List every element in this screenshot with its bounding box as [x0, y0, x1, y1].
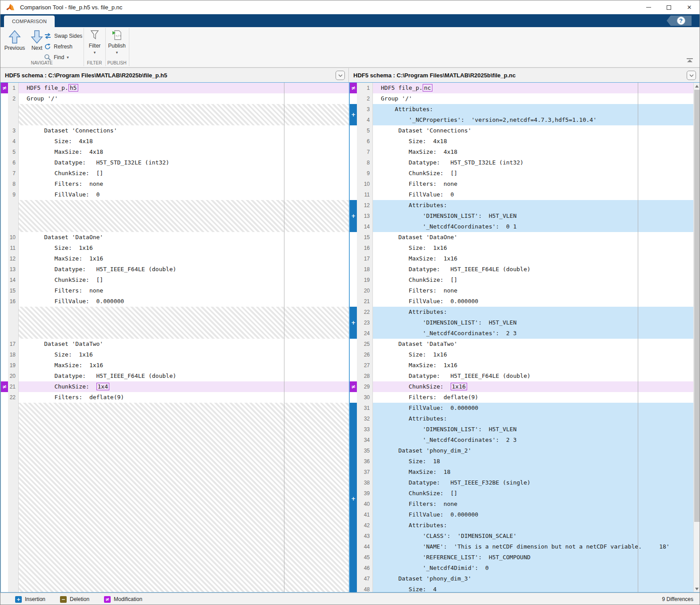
- code-line[interactable]: 32 Attributes:: [350, 413, 700, 424]
- diff-marker-gutter: ≠≠: [1, 83, 8, 592]
- code-text: HDF5 file_p.h5: [19, 83, 349, 93]
- previous-button[interactable]: Previous: [4, 29, 25, 51]
- code-line[interactable]: 44 'NAME': 'This is a netCDF dimension b…: [350, 541, 700, 552]
- code-line: 15 Filters: none: [1, 285, 349, 296]
- help-button[interactable]: ?: [677, 16, 685, 25]
- line-number: 2: [8, 93, 19, 104]
- line-number: 21: [8, 381, 19, 392]
- line-number: [8, 104, 19, 125]
- code-line: 10 Filters: none: [350, 179, 700, 189]
- code-line[interactable]: 43 'CLASS': 'DIMENSION_SCALE': [350, 531, 700, 541]
- minimize-button[interactable]: [638, 0, 659, 14]
- find-dropdown-caret[interactable]: ▾: [67, 55, 69, 60]
- modification-marker[interactable]: ≠: [350, 381, 357, 392]
- code-line[interactable]: 45 'REFERENCE_LIST': H5T_COMPOUND: [350, 552, 700, 563]
- code-line: 16 Size: 1x16: [350, 243, 700, 253]
- left-pane-dropdown-button[interactable]: [336, 71, 345, 80]
- code-text: '_Netcdf4Dimid': 0: [373, 563, 700, 573]
- changed-token[interactable]: h5: [68, 84, 78, 92]
- insertion-marker[interactable]: +: [350, 200, 357, 232]
- code-line[interactable]: 4 '_NCProperties': 'version=2,netcdf=4.7…: [350, 115, 700, 125]
- changed-token[interactable]: 1x16: [451, 383, 467, 390]
- code-line[interactable]: 21 ChunkSize: 1x4: [1, 381, 349, 392]
- code-line: 6 Size: 4x18: [350, 136, 700, 147]
- line-number: 11: [357, 189, 373, 200]
- code-text: Attributes:: [373, 104, 700, 115]
- collapse-ribbon-button[interactable]: [686, 58, 693, 62]
- skipped-lines-hatch: [1, 200, 349, 232]
- code-line[interactable]: 39 ChunkSize: []: [350, 488, 700, 499]
- code-line[interactable]: 24 '_Netcdf4Coordinates': 2 3: [350, 328, 700, 339]
- code-line: 9 ChunkSize: []: [350, 168, 700, 179]
- code-line[interactable]: 31 FillValue: 0.000000: [350, 403, 700, 413]
- scroll-up-arrow[interactable]: [694, 83, 700, 89]
- modification-marker[interactable]: ≠: [350, 83, 357, 93]
- line-number: 44: [357, 541, 373, 552]
- code-text: Filters: none: [19, 179, 349, 189]
- line-number: 42: [357, 520, 373, 531]
- code-text: HDF5 file_p.nc: [373, 83, 700, 93]
- code-line[interactable]: 29 ChunkSize: 1x16: [350, 381, 700, 392]
- left-pane: 1HDF5 file_p.h52Group '/'3 Dataset 'Conn…: [0, 82, 349, 593]
- filter-button[interactable]: Filter ▾: [83, 30, 106, 55]
- line-number: 20: [8, 371, 19, 381]
- code-line[interactable]: 35 Dataset 'phony_dim_2': [350, 445, 700, 456]
- code-text: 'DIMENSION_LIST': H5T_VLEN: [373, 424, 700, 435]
- publish-dropdown-caret[interactable]: ▾: [105, 50, 128, 55]
- code-line[interactable]: 37 MaxSize: 18: [350, 467, 700, 477]
- code-text: Datatype: H5T_STD_I32LE (int32): [373, 157, 700, 168]
- code-line[interactable]: 1HDF5 file_p.nc: [350, 83, 700, 93]
- code-line[interactable]: 12 Attributes:: [350, 200, 700, 211]
- changed-token[interactable]: nc: [423, 84, 432, 92]
- scroll-down-arrow[interactable]: [694, 585, 700, 592]
- swap-sides-button[interactable]: Swap Sides: [44, 31, 82, 41]
- scrollbar-thumb[interactable]: [694, 90, 700, 522]
- insertion-marker[interactable]: +: [350, 104, 357, 125]
- tab-comparison[interactable]: COMPARISON: [4, 16, 55, 27]
- code-line[interactable]: 13 'DIMENSION_LIST': H5T_VLEN: [350, 211, 700, 221]
- line-number: 14: [357, 221, 373, 232]
- arrow-up-icon: [8, 30, 21, 44]
- code-text: ChunkSize: []: [373, 275, 700, 285]
- close-button[interactable]: ✕: [679, 0, 700, 14]
- code-line[interactable]: 22 Attributes:: [350, 307, 700, 317]
- code-line[interactable]: 48 Size: 4: [350, 584, 700, 593]
- code-line[interactable]: 46 '_Netcdf4Dimid': 0: [350, 563, 700, 573]
- vertical-scrollbar[interactable]: [693, 83, 700, 592]
- code-line: 17 MaxSize: 1x16: [350, 253, 700, 264]
- code-line[interactable]: 38 Datatype: H5T_IEEE_F32BE (single): [350, 477, 700, 488]
- line-number: 5: [357, 125, 373, 136]
- line-number: 21: [357, 296, 373, 307]
- modification-marker[interactable]: ≠: [1, 83, 8, 93]
- code-text: Size: 1x16: [19, 243, 349, 253]
- maximize-button[interactable]: [659, 0, 679, 14]
- code-line[interactable]: 1HDF5 file_p.h5: [1, 83, 349, 93]
- line-number: 36: [357, 456, 373, 467]
- code-line[interactable]: 33 'DIMENSION_LIST': H5T_VLEN: [350, 424, 700, 435]
- line-number: 3: [357, 104, 373, 115]
- filter-dropdown-caret[interactable]: ▾: [83, 50, 106, 55]
- code-line[interactable]: 40 Filters: none: [350, 499, 700, 509]
- svg-text:</>: </>: [116, 34, 121, 38]
- code-text: [19, 403, 349, 592]
- code-line: 5 MaxSize: 4x18: [1, 147, 349, 157]
- code-text: MaxSize: 1x16: [19, 360, 349, 371]
- code-line[interactable]: 34 '_Netcdf4Coordinates': 2 3: [350, 435, 700, 445]
- refresh-button[interactable]: Refresh: [44, 41, 72, 52]
- right-pane-dropdown-button[interactable]: [687, 71, 696, 80]
- code-line[interactable]: 3 Attributes:: [350, 104, 700, 115]
- code-line[interactable]: 42 Attributes:: [350, 520, 700, 531]
- code-line[interactable]: 36 Size: 18: [350, 456, 700, 467]
- changed-token[interactable]: 1x4: [96, 383, 109, 390]
- code-line[interactable]: 41 FillValue: 0.000000: [350, 509, 700, 520]
- insertion-marker[interactable]: +: [350, 307, 357, 339]
- insertion-marker[interactable]: +: [350, 403, 357, 593]
- code-line[interactable]: 14 '_Netcdf4Coordinates': 0 1: [350, 221, 700, 232]
- code-text: MaxSize: 4x18: [19, 147, 349, 157]
- publish-button[interactable]: </> Publish ▾: [105, 30, 128, 55]
- code-text: Attributes:: [373, 200, 700, 211]
- code-line[interactable]: 23 'DIMENSION_LIST': H5T_VLEN: [350, 317, 700, 328]
- code-text: MaxSize: 4x18: [373, 147, 700, 157]
- code-line[interactable]: 47 Dataset 'phony_dim_3': [350, 573, 700, 584]
- modification-marker[interactable]: ≠: [1, 381, 8, 392]
